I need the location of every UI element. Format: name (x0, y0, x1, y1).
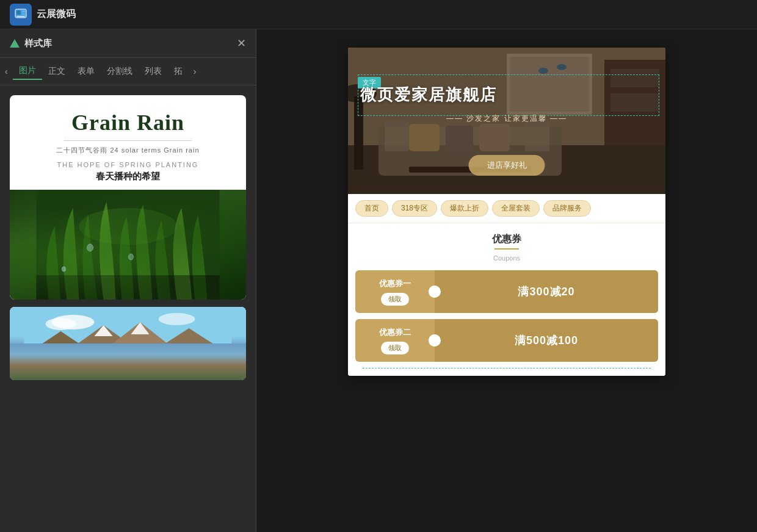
mountain-svg (10, 307, 246, 380)
hero-title: 微页爱家居旗舰店 (360, 84, 653, 106)
tab-form[interactable]: 表单 (71, 63, 101, 79)
logo-icon (10, 4, 32, 26)
tab-text[interactable]: 正文 (42, 63, 71, 79)
nav-tab-brand[interactable]: 品牌服务 (543, 200, 591, 217)
grain-rain-divider (64, 140, 191, 141)
svg-marker-24 (98, 356, 183, 377)
topbar: 云展微码 (0, 0, 757, 29)
nav-tab-fullset[interactable]: 全屋套装 (492, 200, 540, 217)
svg-point-13 (46, 318, 76, 330)
card-grain-rain[interactable]: Grain Rain 二十四节气谷雨 24 solar terms Grain … (10, 95, 246, 300)
coupon-get-btn-1[interactable]: 领取 (381, 293, 409, 306)
tab-divider[interactable]: 分割线 (101, 63, 139, 79)
svg-rect-3 (22, 10, 25, 12)
hero-button[interactable]: 进店享好礼 (469, 155, 545, 176)
nav-tabs-row: 首页 318专区 爆款上折 全屋套装 品牌服务 (348, 194, 665, 223)
hero-banner: 文字 微页爱家居旗舰店 —— 沙发之家 让家更温馨 —— 进店享好礼 (348, 48, 665, 194)
svg-rect-4 (22, 13, 25, 15)
right-panel: 文字 微页爱家居旗舰店 —— 沙发之家 让家更温馨 —— 进店享好礼 首页 31… (256, 29, 757, 532)
svg-rect-11 (24, 307, 232, 380)
nav-tab-home[interactable]: 首页 (355, 200, 388, 217)
tab-images[interactable]: 图片 (13, 63, 42, 80)
coupon-name-1: 优惠券一 (379, 278, 411, 289)
svg-point-8 (62, 267, 66, 271)
phone-frame: 文字 微页爱家居旗舰店 —— 沙发之家 让家更温馨 —— 进店享好礼 首页 31… (348, 48, 665, 376)
tab-list[interactable]: 列表 (139, 63, 168, 79)
svg-rect-1 (16, 10, 21, 15)
svg-rect-22 (24, 356, 232, 358)
grass-svg (10, 190, 246, 300)
svg-rect-9 (37, 275, 220, 300)
grain-rain-cn: 春天播种的希望 (22, 171, 234, 182)
card-green-bg (10, 190, 246, 300)
nav-tab-318[interactable]: 318专区 (392, 200, 437, 217)
coupon-card-1: 优惠券一 领取 满300减20 (355, 270, 658, 313)
cards-area: Grain Rain 二十四节气谷雨 24 solar terms Grain … (0, 85, 256, 532)
svg-marker-23 (61, 356, 147, 374)
left-panel: 样式库 ✕ ‹ 图片 正文 表单 分割线 列表 拓 › Grain Rain 二… (0, 29, 256, 532)
grain-rain-subtitle: 二十四节气谷雨 24 solar terms Grain rain (22, 146, 234, 155)
grain-rain-title: Grain Rain (22, 110, 234, 135)
tab-arrow-right[interactable]: › (189, 64, 201, 79)
coupon-card-2: 优惠券二 领取 满500减100 (355, 319, 658, 362)
card-mountain-lake-image (10, 307, 246, 380)
coupon-name-2: 优惠券二 (379, 327, 411, 338)
triangle-icon (10, 39, 20, 48)
panel-title-area: 样式库 (10, 38, 52, 49)
panel-title: 样式库 (24, 38, 52, 49)
hero-subtitle: —— 沙发之家 让家更温馨 —— (348, 113, 665, 124)
close-button[interactable]: ✕ (237, 37, 246, 50)
logo-text: 云展微码 (37, 8, 76, 21)
svg-rect-5 (37, 190, 220, 300)
section-title: 优惠券 (355, 233, 658, 250)
tab-arrow-left[interactable]: ‹ (0, 64, 13, 79)
svg-point-14 (159, 313, 195, 325)
nav-tab-hot[interactable]: 爆款上折 (441, 200, 488, 217)
svg-point-10 (79, 208, 177, 245)
panel-header: 样式库 ✕ (0, 29, 256, 58)
card-grain-rain-image (10, 190, 246, 300)
card-mountain-lake[interactable] (10, 307, 246, 380)
card-grain-rain-inner: Grain Rain 二十四节气谷雨 24 solar terms Grain … (10, 95, 246, 182)
svg-point-6 (87, 244, 93, 251)
bottom-dashed-line (363, 368, 651, 368)
section-subtitle: Coupons (355, 254, 658, 262)
svg-point-7 (129, 254, 134, 260)
logo-area: 云展微码 (10, 4, 76, 26)
coupon-right-2: 满500减100 (435, 319, 658, 362)
coupon-amount-1: 满300减20 (518, 284, 574, 299)
svg-rect-21 (24, 356, 232, 380)
coupon-get-btn-2[interactable]: 领取 (381, 342, 409, 354)
grain-rain-sub2: THE HOPE OF SPRING PLANTING (22, 161, 234, 168)
coupon-left-2: 优惠券二 领取 (355, 319, 435, 362)
coupon-right-1: 满300减20 (435, 270, 658, 313)
coupon-amount-2: 满500减100 (515, 333, 578, 348)
main-content: 样式库 ✕ ‹ 图片 正文 表单 分割线 列表 拓 › Grain Rain 二… (0, 29, 757, 532)
tab-more[interactable]: 拓 (168, 63, 189, 79)
coupon-left-1: 优惠券一 领取 (355, 270, 435, 313)
svg-rect-2 (16, 16, 25, 17)
coupons-section: 优惠券 Coupons 优惠券一 领取 满300减20 优惠券二 (348, 223, 665, 376)
tabs-bar: ‹ 图片 正文 表单 分割线 列表 拓 › (0, 58, 256, 85)
